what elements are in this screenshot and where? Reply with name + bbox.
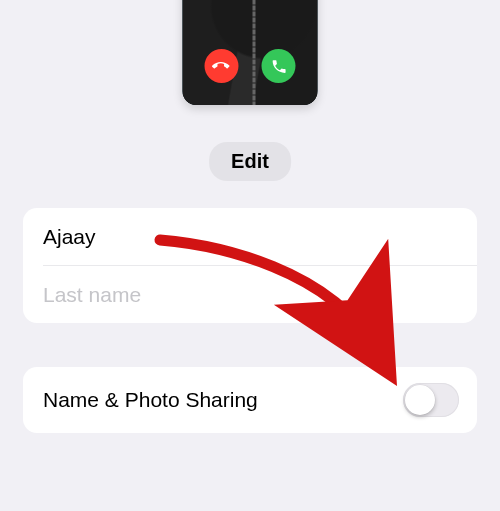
- name-photo-sharing-row: Name & Photo Sharing: [23, 367, 477, 433]
- phone-accept-icon: [262, 49, 296, 83]
- sharing-toggle[interactable]: [403, 383, 459, 417]
- last-name-field[interactable]: Last name: [23, 266, 477, 323]
- toggle-knob: [405, 385, 435, 415]
- contact-poster-preview[interactable]: [183, 0, 318, 105]
- sharing-label: Name & Photo Sharing: [43, 388, 258, 412]
- first-name-field[interactable]: Ajaay: [23, 208, 477, 265]
- name-fields-card: Ajaay Last name: [23, 208, 477, 323]
- edit-button[interactable]: Edit: [209, 142, 291, 181]
- poster-background: [183, 0, 318, 105]
- poster-detail: [253, 0, 256, 105]
